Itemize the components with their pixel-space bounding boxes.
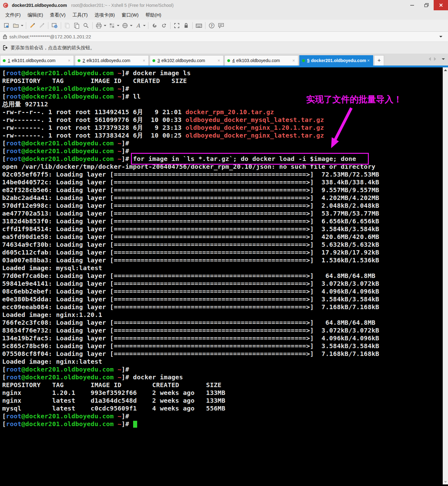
new-tab-button[interactable]: + bbox=[374, 55, 384, 66]
terminal-line: 570df12e998c: Loading layer [===========… bbox=[2, 202, 441, 210]
terminal-line: 74634a9cf30b: Loading layer [===========… bbox=[2, 241, 441, 249]
terminal-line: REPOSITORY TAG IMAGE ID CREATED SIZE bbox=[2, 381, 441, 389]
tab-close-icon[interactable]: × bbox=[142, 58, 146, 63]
menu-item-4[interactable]: 选项卡(B) bbox=[91, 11, 118, 19]
tab-1-elk101.oldboyedu.com[interactable]: 1elk101.oldboyedu.com× bbox=[0, 55, 74, 66]
xshell-window: docker201.oldboyedu.com root@docker201:~… bbox=[0, 0, 448, 486]
terminal-line: -rw-------. 1 root root 137383424 6月 10 … bbox=[2, 132, 441, 139]
color-scheme-icon[interactable] bbox=[108, 21, 116, 30]
menu-item-3[interactable]: 工具(T) bbox=[69, 11, 91, 19]
terminal-cursor bbox=[133, 421, 137, 428]
terminal-line: Loaded image: nginx:1.20.1 bbox=[2, 311, 441, 319]
terminal-area[interactable]: [root@docker201.oldboyedu.com ~]# docker… bbox=[0, 67, 448, 484]
web-dropdown-icon[interactable] bbox=[130, 25, 132, 26]
soft-keyboard-icon[interactable] bbox=[195, 21, 203, 30]
tab-bar: 1elk101.oldboyedu.com×2elk101.oldboyedu.… bbox=[0, 54, 448, 66]
open-session-dropdown-icon[interactable] bbox=[21, 25, 23, 26]
menu-item-2[interactable]: 查看(V) bbox=[46, 11, 69, 19]
terminal-line: b2abc2ad4a41: Loading layer [===========… bbox=[2, 194, 441, 202]
info-message: 要添加当前会话，点击左侧的箭头按钮。 bbox=[11, 45, 95, 51]
terminal-line: 075508cf8f04: Loading layer [===========… bbox=[2, 350, 441, 358]
terminal-line: [root@docker201.oldboyedu.com ~]# for im… bbox=[2, 155, 441, 163]
terminal-output: [root@docker201.oldboyedu.com ~]# docker… bbox=[0, 67, 448, 428]
tab-2-elk101.oldboyedu.com[interactable]: 2elk101.oldboyedu.com× bbox=[75, 55, 149, 66]
toolbar: A ? bbox=[0, 20, 448, 32]
menu-item-6[interactable]: 帮助(H) bbox=[142, 11, 165, 19]
info-bar: 要添加当前会话，点击左侧的箭头按钮。 bbox=[0, 42, 448, 54]
terminal-scrollbar[interactable] bbox=[443, 67, 448, 484]
connect-icon[interactable] bbox=[28, 21, 37, 30]
terminal-line: -rw-------. 1 root root 561099776 6月 10 … bbox=[2, 116, 441, 124]
toolbar-separator bbox=[148, 22, 148, 29]
menu-item-0[interactable]: 文件(F) bbox=[2, 11, 24, 19]
new-session-icon[interactable] bbox=[2, 21, 11, 30]
open-session-icon[interactable] bbox=[12, 21, 20, 30]
tab-close-icon[interactable]: × bbox=[292, 58, 296, 63]
add-session-icon[interactable] bbox=[2, 45, 8, 51]
restore-button[interactable] bbox=[419, 0, 434, 10]
terminal-line: [root@docker201.oldboyedu.com ~]# docker… bbox=[2, 69, 441, 77]
address-bar[interactable]: ssh://root:***********@172.200.1.201:22 bbox=[0, 32, 448, 42]
color-scheme-dropdown-icon[interactable] bbox=[117, 25, 119, 26]
terminal-line: Loaded image: nginx:latest bbox=[2, 358, 441, 366]
minimize-button[interactable] bbox=[405, 0, 419, 10]
tab-close-icon[interactable]: × bbox=[367, 58, 370, 63]
tab-scroll-left-icon[interactable] bbox=[429, 57, 431, 61]
close-icon bbox=[439, 3, 443, 7]
menu-item-1[interactable]: 编辑(E) bbox=[24, 11, 46, 19]
tab-status-icon bbox=[227, 59, 230, 62]
copy-icon[interactable] bbox=[63, 21, 72, 30]
tab-status-icon bbox=[78, 59, 80, 62]
feedback-icon[interactable] bbox=[217, 21, 225, 30]
paste-icon[interactable] bbox=[72, 21, 81, 30]
scroll-up-icon[interactable] bbox=[443, 67, 448, 73]
terminal-line: 77d0ef7ca6be: Loading layer [===========… bbox=[2, 272, 441, 280]
tab-3-elk102.oldboyedu.com[interactable]: 3elk102.oldboyedu.com× bbox=[150, 55, 224, 66]
terminal-line: e82f328cb5e6: Loading layer [===========… bbox=[2, 186, 441, 194]
terminal-line: [root@docker201.oldboyedu.com ~]# docker… bbox=[2, 373, 441, 381]
find-icon[interactable] bbox=[82, 21, 90, 30]
tab-close-icon[interactable]: × bbox=[217, 58, 221, 63]
web-browser-icon[interactable] bbox=[121, 21, 129, 30]
toolbar-separator bbox=[205, 22, 205, 29]
terminal-line: nginx latest d1a364dc548d 2 weeks ago 13… bbox=[2, 397, 441, 405]
tab-4-elk103.oldboyedu.com[interactable]: 4elk103.oldboyedu.com× bbox=[224, 55, 298, 66]
tab-label: docker201.oldboyedu.com bbox=[311, 58, 366, 63]
lock-screen-icon[interactable] bbox=[182, 21, 190, 30]
tab-list-dropdown-icon[interactable] bbox=[442, 58, 445, 60]
toolbar-separator bbox=[170, 22, 171, 29]
tab-status-icon bbox=[3, 59, 6, 62]
menu-bar: 文件(F)编辑(E)查看(V)工具(T)选项卡(B)窗口(W)帮助(H) bbox=[0, 10, 448, 20]
ssh-address[interactable]: ssh://root:***********@172.200.1.201:22 bbox=[9, 34, 91, 39]
terminal-line: ea5fd90d1e58: Loading layer [===========… bbox=[2, 233, 441, 241]
tab-label: elk102.oldboyedu.com bbox=[161, 58, 205, 63]
window-title-host: docker201.oldboyedu.com bbox=[12, 3, 67, 8]
print-icon[interactable] bbox=[94, 21, 103, 30]
tab-number: 1 bbox=[8, 58, 10, 63]
scroll-down-icon[interactable] bbox=[443, 479, 448, 484]
tab-scroll-right-icon[interactable] bbox=[434, 57, 436, 61]
session-properties-icon[interactable] bbox=[50, 21, 59, 30]
font-dropdown-icon[interactable] bbox=[143, 25, 146, 26]
toolbar-separator bbox=[192, 22, 193, 29]
annotation-text: 实现了文件的批量导入！ bbox=[306, 94, 402, 105]
terminal-line: 134e19b2fac5: Loading layer [===========… bbox=[2, 334, 441, 342]
tab-close-icon[interactable]: × bbox=[67, 58, 71, 63]
close-button[interactable] bbox=[434, 0, 448, 10]
fullscreen-icon[interactable] bbox=[172, 21, 181, 30]
compose-bar-icon[interactable] bbox=[150, 21, 159, 30]
terminal-line: mysql latest c0cdc95609f1 4 weeks ago 55… bbox=[2, 405, 441, 412]
toolbar-separator bbox=[92, 22, 93, 29]
address-dropdown-icon[interactable] bbox=[439, 36, 442, 37]
terminal-line: [root@docker201.oldboyedu.com ~]# bbox=[2, 147, 441, 155]
menu-item-5[interactable]: 窗口(W) bbox=[118, 11, 142, 19]
ssh-lock-icon bbox=[3, 34, 7, 39]
tab-label: elk101.oldboyedu.com bbox=[87, 58, 130, 63]
print-dropdown-icon[interactable] bbox=[104, 25, 106, 26]
disconnect-icon[interactable] bbox=[37, 21, 46, 30]
tab-5-docker201.oldboyedu.com[interactable]: 5docker201.oldboyedu.com× bbox=[299, 55, 373, 66]
font-icon[interactable]: A bbox=[134, 21, 142, 30]
toolbar-separator bbox=[26, 22, 26, 29]
compose-pane-icon[interactable] bbox=[160, 21, 168, 30]
help-icon[interactable]: ? bbox=[207, 21, 216, 30]
